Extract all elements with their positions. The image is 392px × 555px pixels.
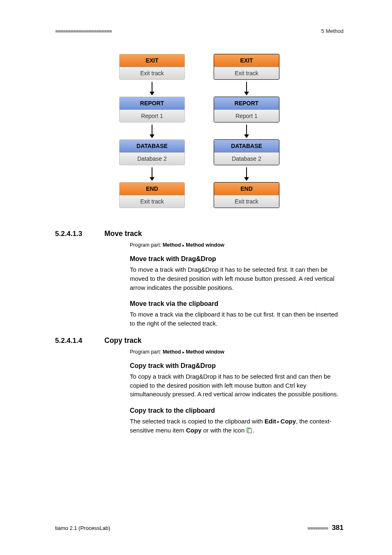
node-end: END Exit track: [119, 182, 185, 208]
footer-product: tiamo 2.1 (ProcessLab): [55, 525, 110, 531]
paragraph: To move a track via the clipboard it has…: [130, 310, 344, 328]
text: The selected track is copied to the clip…: [130, 418, 265, 425]
program-part-label: Program part:: [130, 349, 161, 355]
node-head: DATABASE: [120, 140, 184, 153]
node-head: END: [214, 183, 279, 195]
node-database: DATABASE Database 2: [214, 139, 279, 165]
flowchart-diagram: EXIT Exit track REPORT Report 1 DATABASE…: [55, 52, 344, 210]
node-end: END Exit track: [214, 182, 279, 208]
node-body: Report 1: [214, 110, 279, 122]
node-body: Database 2: [120, 153, 184, 165]
paragraph: To move a track with Drag&Drop it has to…: [130, 265, 344, 292]
node-body: Exit track: [120, 67, 184, 79]
arrow-down-icon: [150, 167, 154, 181]
arrow-down-icon: [150, 125, 154, 138]
node-exit: EXIT Exit track: [214, 54, 279, 80]
footer-page: ■■■■■■■■ 381: [307, 524, 344, 532]
node-report: REPORT Report 1: [214, 97, 279, 123]
node-head: END: [120, 183, 184, 195]
node-body: Report 1: [120, 110, 184, 122]
program-part-method: Method: [163, 349, 181, 355]
header-breadcrumb: 5 Method: [321, 28, 344, 34]
section-title: Copy track: [104, 336, 141, 345]
subheading: Move track via the clipboard: [130, 300, 344, 308]
section-title: Move track: [104, 229, 142, 238]
edit-menu-label: Edit: [265, 418, 276, 425]
node-head: EXIT: [214, 54, 279, 67]
node-body: Exit track: [120, 195, 184, 208]
text: or with the icon: [201, 427, 246, 434]
section-number: 5.2.4.1.3: [55, 230, 104, 238]
text: .: [252, 427, 254, 434]
subheading: Copy track with Drag&Drop: [130, 362, 344, 370]
copy-menu-label: Copy: [281, 418, 296, 425]
program-part-path: Program part: Method ▸ Method window: [130, 242, 344, 248]
copy-icon: [246, 427, 252, 433]
program-part-path: Program part: Method ▸ Method window: [130, 349, 344, 355]
copy-context-label: Copy: [186, 427, 202, 434]
node-body: Database 2: [214, 153, 279, 165]
node-database: DATABASE Database 2: [119, 139, 185, 165]
arrow-down-icon: [150, 82, 154, 95]
program-part-window: Method window: [186, 242, 224, 248]
program-part-window: Method window: [186, 349, 224, 355]
section-heading: 5.2.4.1.3 Move track: [55, 229, 344, 238]
arrow-down-icon: [244, 167, 249, 181]
page-number: 381: [332, 524, 344, 532]
node-body: Exit track: [214, 195, 279, 208]
svg-rect-1: [248, 429, 251, 433]
breadcrumb-separator-icon: ▸: [276, 419, 281, 424]
paragraph: The selected track is copied to the clip…: [130, 417, 344, 435]
program-part-method: Method: [163, 242, 181, 248]
breadcrumb-separator-icon: ▸: [182, 350, 184, 354]
arrow-down-icon: [244, 82, 249, 95]
footer-dots: ■■■■■■■■: [307, 525, 328, 531]
subheading: Move track with Drag&Drop: [130, 255, 344, 263]
header-dots: ■■■■■■■■■■■■■■■■■■■■■■: [55, 28, 111, 34]
section-number: 5.2.4.1.4: [55, 337, 104, 345]
node-head: EXIT: [120, 54, 184, 67]
arrow-down-icon: [244, 125, 249, 138]
program-part-label: Program part:: [130, 242, 161, 248]
subheading: Copy track to the clipboard: [130, 407, 344, 414]
node-head: REPORT: [214, 97, 279, 110]
node-exit: EXIT Exit track: [119, 54, 185, 80]
flow-col-left: EXIT Exit track REPORT Report 1 DATABASE…: [119, 54, 185, 208]
node-report: REPORT Report 1: [119, 97, 185, 123]
node-body: Exit track: [214, 67, 279, 79]
node-head: DATABASE: [214, 140, 279, 153]
paragraph: To copy a track with Drag&Drop it has to…: [130, 372, 344, 399]
flow-col-right: EXIT Exit track REPORT Report 1 DATABASE…: [214, 54, 279, 208]
node-head: REPORT: [120, 97, 184, 110]
breadcrumb-separator-icon: ▸: [182, 243, 184, 247]
section-heading: 5.2.4.1.4 Copy track: [55, 336, 344, 345]
